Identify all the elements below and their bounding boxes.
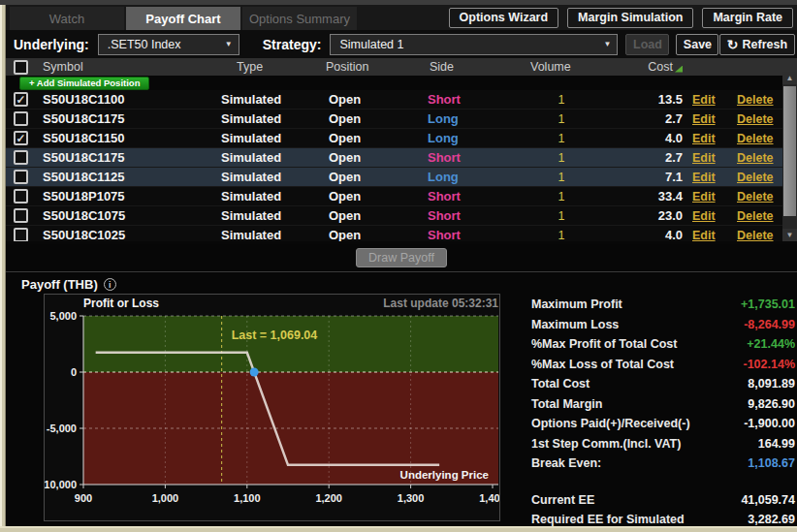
y-tick-label: -5,000 — [47, 422, 77, 434]
row-checkbox[interactable] — [14, 228, 28, 241]
strategy-value: Simulated 1 — [339, 38, 403, 51]
add-simulated-position-button[interactable]: + Add Simulated Position — [19, 77, 149, 90]
select-all-checkbox[interactable] — [14, 60, 28, 75]
strategy-select[interactable]: Simulated 1 ▼ — [330, 34, 618, 55]
tab-bar-tabs: WatchPayoff ChartOptions Summary — [10, 7, 357, 30]
row-checkbox[interactable] — [14, 189, 28, 203]
row-checkbox-cell — [6, 189, 39, 203]
row-type: Simulated — [217, 208, 310, 223]
tab-options-summary[interactable]: Options Summary — [242, 7, 357, 30]
underlying-label: Underlying: — [14, 37, 89, 52]
payoff-section: Payoff (THB) i 9001,0001,1001,2001,3001,… — [6, 271, 797, 523]
y-tick-label: 0 — [71, 366, 77, 378]
table-row[interactable]: S50U18C1125SimulatedOpenLong17.1EditDele… — [6, 168, 797, 187]
row-position: Open — [310, 92, 409, 107]
delete-link[interactable]: Delete — [731, 229, 781, 242]
column-header-volume[interactable]: Volume — [510, 60, 613, 74]
row-side: Short — [409, 208, 510, 223]
scroll-down-icon[interactable]: ▼ — [782, 229, 797, 241]
row-checkbox-cell — [6, 228, 39, 241]
row-position: Open — [310, 170, 409, 184]
delete-link[interactable]: Delete — [731, 93, 781, 107]
y-tick-label: 5,000 — [49, 310, 77, 322]
delete-link[interactable]: Delete — [731, 209, 781, 223]
edit-link[interactable]: Edit — [686, 93, 731, 107]
row-cost: 23.0 — [613, 208, 686, 223]
stat-value: 8,091.89 — [748, 377, 795, 391]
table-row[interactable]: S50U18C1175SimulatedOpenShort12.7EditDel… — [6, 148, 797, 168]
edit-link[interactable]: Edit — [686, 209, 731, 223]
underlying-select[interactable]: .SET50 Index ▼ — [98, 34, 239, 55]
tab-watch[interactable]: Watch — [10, 7, 124, 30]
edit-link[interactable]: Edit — [686, 190, 731, 203]
table-scrollbar[interactable]: ▲ ▼ — [782, 72, 797, 241]
row-checkbox[interactable] — [14, 170, 28, 184]
row-symbol: S50U18C1175 — [39, 111, 217, 126]
row-checkbox[interactable] — [14, 150, 28, 165]
table-row[interactable]: S50U18P1075SimulatedOpenShort133.4EditDe… — [6, 187, 797, 206]
delete-link[interactable]: Delete — [731, 171, 781, 184]
table-row[interactable]: S50U18C1175SimulatedOpenLong12.7EditDele… — [6, 110, 797, 129]
row-checkbox-cell — [6, 208, 39, 223]
x-tick-label: 900 — [75, 492, 92, 504]
row-cost: 7.1 — [613, 170, 686, 184]
margin-simulation-button[interactable]: Margin Simulation — [567, 8, 693, 28]
edit-link[interactable]: Edit — [686, 151, 731, 165]
row-checkbox[interactable]: ✓ — [14, 131, 28, 145]
info-icon[interactable]: i — [104, 278, 116, 291]
table-row[interactable]: S50U18C1025SimulatedOpenShort14.0EditDel… — [6, 226, 797, 241]
delete-link[interactable]: Delete — [731, 112, 781, 126]
row-symbol: S50U18C1125 — [39, 170, 217, 184]
options-wizard-button[interactable]: Options Wizard — [449, 8, 559, 28]
stat-label: %Max Profit of Total Cost — [531, 337, 677, 351]
stat-row: Current EE41,059.74 — [531, 490, 795, 511]
column-header-side[interactable]: Side — [409, 60, 510, 74]
row-type: Simulated — [217, 170, 310, 184]
x-tick-label: 1,300 — [398, 492, 425, 504]
scroll-up-icon[interactable]: ▲ — [782, 72, 797, 84]
row-side: Short — [409, 92, 510, 107]
row-cost: 2.7 — [613, 111, 686, 126]
stat-label: %Max Loss of Total Cost — [531, 358, 674, 371]
row-checkbox[interactable] — [14, 208, 28, 223]
save-button[interactable]: Save — [676, 34, 718, 55]
row-checkbox[interactable]: ✓ — [14, 92, 28, 107]
scrollbar-thumb[interactable] — [783, 86, 796, 216]
toolbar: Underlying: .SET50 Index ▼ Strategy: Sim… — [6, 30, 797, 58]
x-tick-label: 1,100 — [234, 492, 261, 504]
top-buttons: Options WizardMargin SimulationMargin Ra… — [449, 7, 793, 30]
stat-label: Maximum Profit — [531, 297, 622, 311]
delete-link[interactable]: Delete — [731, 151, 781, 165]
table-row[interactable]: ✓S50U18C1100SimulatedOpenShort113.5EditD… — [6, 90, 797, 110]
table-row[interactable]: ✓S50U18C1150SimulatedOpenLong14.0EditDel… — [6, 129, 797, 148]
strategy-label: Strategy: — [263, 37, 322, 52]
draw-payoff-button[interactable]: Draw Payoff — [356, 248, 447, 267]
row-checkbox[interactable] — [14, 111, 28, 126]
delete-link[interactable]: Delete — [731, 190, 781, 203]
edit-link[interactable]: Edit — [686, 171, 731, 184]
last-update-text: Last update 05:32:31 — [383, 297, 498, 310]
load-button[interactable]: Load — [625, 34, 669, 55]
sort-indicator-icon — [675, 66, 683, 73]
refresh-button[interactable]: ↻ Refresh — [719, 34, 795, 55]
stat-value: 3,282.69 — [748, 513, 795, 526]
table-row[interactable]: S50U18C1075SimulatedOpenShort123.0EditDe… — [6, 206, 797, 226]
row-checkbox-cell: ✓ — [6, 92, 39, 107]
table-header-row: Symbol Type Position Side Volume Cost — [6, 58, 797, 76]
edit-link[interactable]: Edit — [686, 229, 731, 242]
tab-payoff-chart[interactable]: Payoff Chart — [126, 7, 240, 30]
chevron-down-icon: ▼ — [596, 40, 612, 48]
row-cost: 33.4 — [613, 189, 686, 203]
column-header-symbol[interactable]: Symbol — [39, 60, 217, 74]
row-position: Open — [310, 150, 409, 165]
x-tick-label: 1,200 — [315, 492, 342, 504]
column-header-cost[interactable]: Cost — [613, 60, 686, 74]
column-header-type[interactable]: Type — [217, 60, 310, 74]
edit-link[interactable]: Edit — [686, 112, 731, 126]
margin-rate-button[interactable]: Margin Rate — [702, 8, 793, 28]
column-header-position[interactable]: Position — [310, 60, 409, 74]
payoff-chart-svg: 9001,0001,1001,2001,3001,4005,0000-5,000… — [45, 295, 499, 520]
delete-link[interactable]: Delete — [731, 132, 781, 145]
row-volume: 1 — [510, 132, 613, 145]
edit-link[interactable]: Edit — [686, 132, 731, 145]
